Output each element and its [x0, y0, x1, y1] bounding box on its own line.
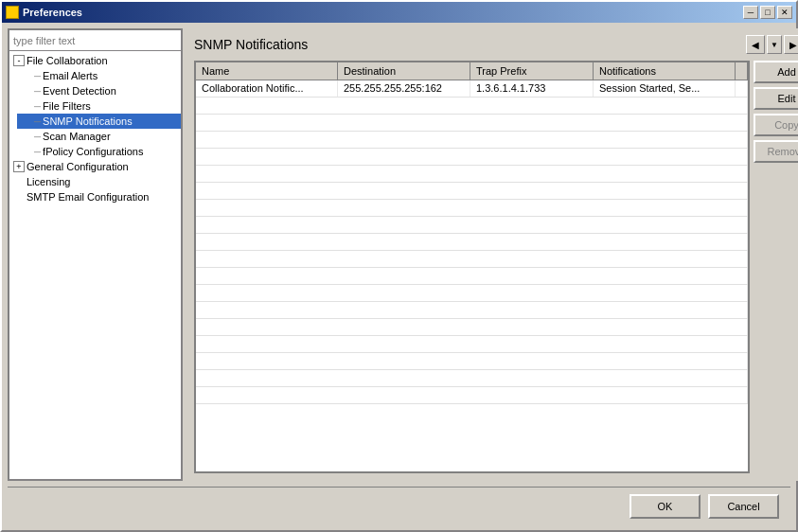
- sidebar-item-label: General Configuration: [27, 161, 129, 172]
- sidebar-item-label: Scan Manager: [43, 131, 111, 142]
- table-row[interactable]: [196, 387, 748, 404]
- sidebar-item-general-configuration[interactable]: + General Configuration: [9, 159, 181, 174]
- add-button[interactable]: Add: [754, 61, 798, 83]
- window-controls: ─ □ ✕: [743, 6, 792, 19]
- maximize-button[interactable]: □: [760, 6, 775, 19]
- title-bar: Preferences ─ □ ✕: [2, 2, 796, 23]
- sidebar: - File Collaboration ─ Email Alerts ─: [8, 28, 183, 481]
- main-area: - File Collaboration ─ Email Alerts ─: [8, 28, 790, 481]
- sidebar-item-event-detection[interactable]: ─ Event Detection: [17, 83, 181, 98]
- table-row[interactable]: [196, 166, 748, 183]
- sidebar-item-label: Licensing: [27, 176, 70, 187]
- expander-icon: +: [13, 161, 25, 172]
- table-row[interactable]: [196, 370, 748, 387]
- sidebar-item-fpolicy[interactable]: ─ fPolicy Configurations: [17, 144, 181, 159]
- content-panel: Name Destination Trap Prefix Notificatio…: [186, 61, 798, 481]
- table-row[interactable]: [196, 183, 748, 200]
- window-body: - File Collaboration ─ Email Alerts ─: [2, 23, 796, 530]
- table-row[interactable]: [196, 319, 748, 336]
- ok-button[interactable]: OK: [630, 494, 700, 519]
- copy-button[interactable]: Copy: [754, 114, 798, 136]
- preferences-window: Preferences ─ □ ✕ - File Collaboration: [0, 0, 798, 532]
- minimize-button[interactable]: ─: [743, 6, 758, 19]
- table-row[interactable]: [196, 217, 748, 234]
- table-body: Collaboration Notific... 255.255.255.255…: [196, 80, 748, 471]
- close-button[interactable]: ✕: [777, 6, 792, 19]
- content-area: SNMP Notifications ◀ ▼ ▶ ▼ Name Destinat…: [186, 28, 798, 481]
- sidebar-item-email-alerts[interactable]: ─ Email Alerts: [17, 68, 181, 83]
- window-title: Preferences: [23, 7, 82, 18]
- col-header-name: Name: [196, 62, 338, 80]
- sidebar-item-label: Email Alerts: [43, 70, 98, 81]
- table-row[interactable]: [196, 353, 748, 370]
- cell-destination: 255.255.255.255:162: [338, 80, 470, 97]
- table-row[interactable]: Collaboration Notific... 255.255.255.255…: [196, 80, 748, 98]
- table-row[interactable]: [196, 132, 748, 149]
- cell-notifications: Session Started, Se...: [594, 80, 736, 97]
- table-row[interactable]: [196, 251, 748, 268]
- content-header: SNMP Notifications ◀ ▼ ▶ ▼: [186, 28, 798, 61]
- expander-icon: -: [13, 55, 25, 66]
- back-arrow-button[interactable]: ▼: [767, 35, 782, 54]
- table-row[interactable]: [196, 98, 748, 115]
- table-row[interactable]: [196, 285, 748, 302]
- side-buttons: Add Edit Copy Remove: [754, 61, 798, 473]
- table-row[interactable]: [196, 336, 748, 353]
- table-header: Name Destination Trap Prefix Notificatio…: [196, 62, 748, 80]
- sidebar-item-smtp[interactable]: SMTP Email Configuration: [9, 189, 181, 204]
- sidebar-item-file-collaboration[interactable]: - File Collaboration: [9, 53, 181, 68]
- table-row[interactable]: [196, 302, 748, 319]
- footer: OK Cancel: [8, 487, 790, 524]
- col-header-trap-prefix: Trap Prefix: [470, 62, 594, 80]
- col-header-notifications: Notifications: [594, 62, 736, 80]
- tree-container: - File Collaboration ─ Email Alerts ─: [9, 51, 181, 479]
- table-row[interactable]: [196, 234, 748, 251]
- table-row[interactable]: [196, 115, 748, 132]
- table-row[interactable]: [196, 200, 748, 217]
- sidebar-item-label: File Filters: [43, 100, 91, 112]
- table-row[interactable]: [196, 268, 748, 285]
- cell-trap-prefix: 1.3.6.1.4.1.733: [470, 80, 594, 97]
- sidebar-item-label: fPolicy Configurations: [43, 146, 143, 157]
- sidebar-item-label: SNMP Notifications: [43, 115, 133, 127]
- forward-button[interactable]: ▶: [784, 35, 798, 54]
- sidebar-item-label: SMTP Email Configuration: [27, 191, 149, 203]
- col-header-destination: Destination: [338, 62, 470, 80]
- cell-extra: [736, 80, 748, 97]
- tree-children: ─ Email Alerts ─ Event Detection ─ File …: [9, 68, 181, 159]
- nav-buttons: ◀ ▼ ▶ ▼: [746, 35, 798, 54]
- table-row[interactable]: [196, 149, 748, 166]
- app-icon: [6, 6, 19, 19]
- edit-button[interactable]: Edit: [754, 87, 798, 110]
- sidebar-item-file-filters[interactable]: ─ File Filters: [17, 98, 181, 114]
- sidebar-item-snmp-notifications[interactable]: ─ SNMP Notifications: [17, 114, 181, 129]
- cell-name: Collaboration Notific...: [196, 80, 338, 97]
- snmp-table: Name Destination Trap Prefix Notificatio…: [194, 61, 750, 473]
- cancel-button[interactable]: Cancel: [708, 494, 779, 519]
- sidebar-item-label: File Collaboration: [27, 55, 108, 66]
- remove-button[interactable]: Remove: [754, 140, 798, 163]
- content-title: SNMP Notifications: [194, 37, 308, 52]
- sidebar-item-label: Event Detection: [43, 85, 116, 97]
- back-button[interactable]: ◀: [746, 35, 765, 54]
- col-header-extra: [736, 62, 748, 80]
- sidebar-item-licensing[interactable]: Licensing: [9, 174, 181, 189]
- filter-input[interactable]: [9, 30, 181, 51]
- sidebar-item-scan-manager[interactable]: ─ Scan Manager: [17, 129, 181, 144]
